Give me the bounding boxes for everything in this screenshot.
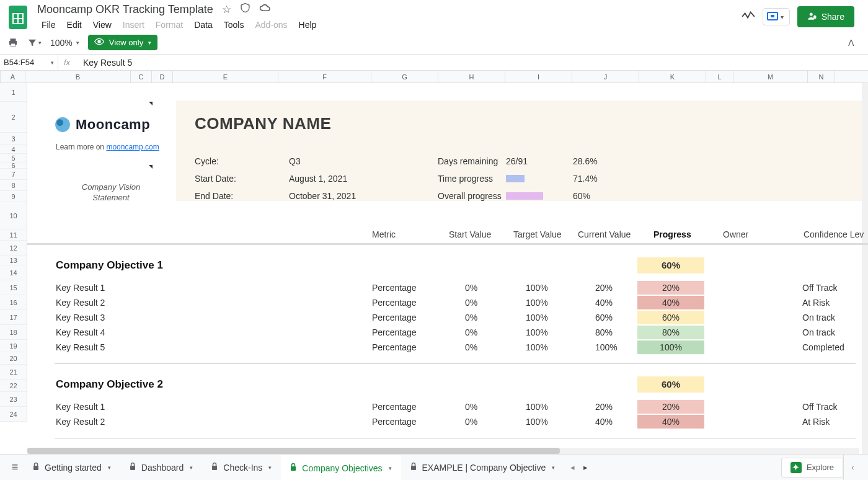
col-header-A[interactable]: A <box>1 71 25 82</box>
menu-data[interactable]: Data <box>190 19 217 31</box>
menu-edit[interactable]: Edit <box>63 19 86 31</box>
row-header-18[interactable]: 18 <box>0 325 27 340</box>
kr-target: 100% <box>526 402 548 412</box>
menu-view[interactable]: View <box>89 19 116 31</box>
kr-current: 60% <box>595 313 613 322</box>
menu-add-ons: Add-ons <box>250 19 291 31</box>
all-sheets-icon[interactable]: ≡ <box>6 461 24 474</box>
time-progress-pct: 71.4% <box>573 174 598 184</box>
row-header-4[interactable]: 4 <box>0 145 27 154</box>
tab-next-icon[interactable]: ▸ <box>583 463 588 472</box>
document-title[interactable]: Mooncamp OKR Tracking Template <box>37 3 213 16</box>
row-header-20[interactable]: 20 <box>0 352 27 365</box>
row-header-8[interactable]: 8 <box>0 180 27 191</box>
row-header-14[interactable]: 14 <box>0 265 27 280</box>
row-header-19[interactable]: 19 <box>0 340 27 352</box>
row-header-24[interactable]: 24 <box>0 407 27 422</box>
chevron-down-icon: ▾ <box>268 464 272 471</box>
tab-prev-icon[interactable]: ◂ <box>570 463 575 472</box>
title-bar: Mooncamp OKR Tracking Template ☆ FileEdi… <box>0 0 868 29</box>
sheet-tab[interactable]: Company Objectives ▾ <box>281 455 401 480</box>
col-header-J[interactable]: J <box>572 71 639 82</box>
row-header-13[interactable]: 13 <box>0 256 27 265</box>
col-header-M[interactable]: M <box>733 71 808 82</box>
star-icon[interactable]: ☆ <box>222 3 231 16</box>
menu-tools[interactable]: Tools <box>219 19 249 31</box>
menu-file[interactable]: File <box>37 19 60 31</box>
formula-value[interactable]: Key Result 5 <box>76 58 868 68</box>
row-header-5[interactable]: 5 <box>0 154 27 162</box>
print-icon[interactable] <box>7 37 19 48</box>
row-header-17[interactable]: 17 <box>0 310 27 325</box>
activity-icon[interactable] <box>742 10 755 24</box>
col-header-O[interactable]: O <box>835 71 868 82</box>
kr-start: 0% <box>465 313 477 322</box>
learn-more-link[interactable]: mooncamp.com <box>106 143 159 151</box>
kr-progress-badge: 100% <box>637 340 704 354</box>
name-box[interactable]: B54:F54 ▾ <box>0 55 58 71</box>
spreadsheet-grid[interactable]: ABCDEFGHIJKLMNO 123456789101112131415161… <box>0 71 868 454</box>
col-header-I[interactable]: I <box>505 71 572 82</box>
name-box-value: B54:F54 <box>4 58 34 67</box>
zoom-dropdown[interactable]: 100% ▾ <box>50 38 79 48</box>
row-header-15[interactable]: 15 <box>0 280 27 295</box>
sheet-tab[interactable]: Getting started ▾ <box>24 455 120 480</box>
row-headers[interactable]: 123456789101112131415161718192021222324 <box>0 83 27 422</box>
col-header-F[interactable]: F <box>278 71 371 82</box>
overall-progress-bar <box>506 192 543 200</box>
row-header-23[interactable]: 23 <box>0 392 27 407</box>
filter-icon[interactable]: ▾ <box>27 38 42 48</box>
col-header-E[interactable]: E <box>173 71 278 82</box>
menu-help[interactable]: Help <box>294 19 321 31</box>
chevron-down-icon: ▾ <box>190 464 193 471</box>
kr-confidence: Completed <box>802 342 844 352</box>
kr-metric: Percentage <box>372 342 417 352</box>
row-header-1[interactable]: 1 <box>0 83 27 102</box>
present-button[interactable]: ▾ <box>763 8 790 25</box>
col-header-G[interactable]: G <box>371 71 438 82</box>
side-panel-toggle-icon[interactable]: ‹ <box>843 455 862 480</box>
explore-button[interactable]: ✦ Explore <box>781 458 843 478</box>
row-header-21[interactable]: 21 <box>0 365 27 380</box>
share-button[interactable]: Share <box>797 6 854 27</box>
svg-rect-13 <box>33 466 38 470</box>
kr-progress-badge: 40% <box>637 415 704 429</box>
vertical-scrollbar[interactable] <box>862 83 868 454</box>
sheet-tab[interactable]: EXAMPLE | Company Objective ▾ <box>401 455 565 480</box>
row-header-10[interactable]: 10 <box>0 202 27 229</box>
move-icon[interactable] <box>240 2 250 16</box>
header-value: Q3 <box>289 156 301 166</box>
column-headers[interactable]: ABCDEFGHIJKLMNO <box>0 71 868 83</box>
row-header-3[interactable]: 3 <box>0 133 27 145</box>
overall-progress-label: Overall progress <box>438 191 502 201</box>
col-header-K[interactable]: K <box>639 71 706 82</box>
col-header-B[interactable]: B <box>25 71 131 82</box>
sheet-tab[interactable]: Check-Ins ▾ <box>202 455 281 480</box>
svg-point-10 <box>98 40 100 43</box>
sheet-tab[interactable]: Dashboard ▾ <box>120 455 203 480</box>
col-header-H[interactable]: H <box>438 71 505 82</box>
row-header-6[interactable]: 6 <box>0 162 27 169</box>
header-label: End Date: <box>195 191 233 201</box>
view-only-button[interactable]: View only ▾ <box>88 35 157 50</box>
col-header-D[interactable]: D <box>152 71 173 82</box>
fx-icon: fx <box>58 58 76 67</box>
row-header-16[interactable]: 16 <box>0 295 27 310</box>
row-header-22[interactable]: 22 <box>0 380 27 392</box>
cloud-status-icon[interactable] <box>259 3 271 16</box>
kr-name: Key Result 2 <box>56 417 105 427</box>
horizontal-scrollbar[interactable] <box>27 448 859 454</box>
scrollbar-thumb[interactable] <box>27 448 560 454</box>
sheet-canvas[interactable]: Mooncamp Learn more on mooncamp.comCompa… <box>27 83 868 454</box>
col-header-L[interactable]: L <box>706 71 733 82</box>
row-header-11[interactable]: 11 <box>0 229 27 241</box>
row-header-9[interactable]: 9 <box>0 191 27 202</box>
collapse-toolbar-icon[interactable]: ᐱ <box>848 38 854 48</box>
row-header-2[interactable]: 2 <box>0 102 27 133</box>
col-header-C[interactable]: C <box>131 71 152 82</box>
col-header-N[interactable]: N <box>808 71 835 82</box>
row-header-7[interactable]: 7 <box>0 169 27 180</box>
sheets-doc-icon[interactable] <box>7 3 29 30</box>
row-header-12[interactable]: 12 <box>0 241 27 256</box>
kr-start: 0% <box>465 417 477 427</box>
